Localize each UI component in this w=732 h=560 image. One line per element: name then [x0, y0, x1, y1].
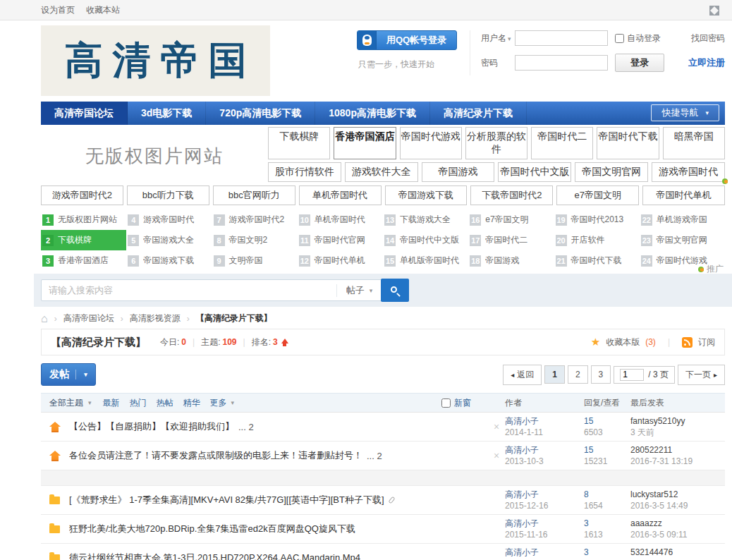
last-poster[interactable]: 532144476 — [630, 547, 725, 558]
new-window-label[interactable]: 新窗 — [454, 397, 471, 409]
ad-link[interactable]: bbc听力下载 — [127, 185, 209, 205]
more-dropdown[interactable]: 更多▾ — [210, 397, 235, 409]
ranked-link-10[interactable]: 10单机帝国时代 — [298, 209, 383, 230]
ad-link[interactable]: 下载帝国时代2 — [470, 185, 553, 205]
search-button[interactable] — [381, 279, 409, 302]
close-icon[interactable]: × — [494, 450, 499, 461]
ad-link[interactable]: 游戏软件大全 — [345, 162, 418, 182]
last-poster[interactable]: aaaazzz — [630, 518, 725, 529]
ad-link[interactable]: 游戏帝国时代 — [652, 162, 725, 182]
breadcrumb-item-0[interactable]: 高清帝国论坛 — [63, 312, 114, 324]
thread-author[interactable]: 高清小子 — [505, 518, 584, 529]
ranked-link-11[interactable]: 11帝国时代官网 — [298, 230, 383, 250]
breadcrumb-item-1[interactable]: 高清影视资源 — [130, 312, 181, 324]
thread-title[interactable]: [《荒野求生》 1-7季全集高清][MKV+AVI 82集/共77G][[英语中… — [69, 494, 384, 506]
filter-link-2[interactable]: 热帖 — [157, 398, 173, 408]
nav-item-0[interactable]: 高清帝国论坛 — [41, 102, 128, 125]
qq-login-button[interactable]: 用QQ帐号登录 — [357, 30, 457, 50]
ranked-link-6[interactable]: 6帝国游戏下载 — [126, 250, 212, 271]
ad-link[interactable]: 帝国时代中文版 — [498, 162, 571, 182]
ad-link[interactable]: e7帝国文明 — [556, 185, 639, 205]
ad-link[interactable]: 帝国文明官网 — [575, 162, 648, 182]
next-page-button[interactable]: 下一页▸ — [678, 365, 725, 385]
ranked-link-13[interactable]: 13下载游戏大全 — [383, 209, 468, 230]
ranked-link-15[interactable]: 15单机版帝国时代 — [383, 250, 468, 271]
page-button-2[interactable]: 2 — [568, 365, 588, 384]
password-field[interactable] — [515, 55, 608, 71]
ad-link[interactable]: 分析股票的软件 — [465, 127, 527, 159]
find-password-link[interactable]: 找回密码 — [691, 32, 725, 44]
ranked-link-7[interactable]: 7游戏帝国时代2 — [212, 209, 298, 230]
site-logo[interactable]: 高清帝国 — [41, 25, 270, 96]
ad-link[interactable]: 帝国时代下载 — [597, 127, 659, 159]
topbar-link-1[interactable]: 收藏本站 — [86, 4, 120, 16]
ranked-link-22[interactable]: 22单机游戏帝国 — [640, 209, 725, 230]
login-button[interactable]: 登录 — [615, 54, 664, 72]
back-button[interactable]: ◂返回 — [503, 365, 542, 385]
ranked-link-12[interactable]: 12帝国时代单机 — [298, 250, 383, 271]
nav-item-2[interactable]: 720p高清电影下载 — [206, 102, 315, 125]
quick-nav-button[interactable]: 快捷导航▾ — [651, 104, 719, 121]
thread-author[interactable]: 高清小子 — [505, 444, 584, 456]
last-poster[interactable]: luckystar512 — [630, 489, 725, 500]
ranked-link-23[interactable]: 23帝国文明官网 — [640, 230, 725, 250]
ranked-link-20[interactable]: 20开店软件 — [554, 230, 640, 250]
topbar-link-0[interactable]: 设为首页 — [41, 4, 75, 16]
nav-item-3[interactable]: 1080p高清电影下载 — [315, 102, 430, 125]
ranked-link-21[interactable]: 21帝国时代下载 — [554, 250, 640, 271]
last-poster[interactable]: fantasy5210yy — [630, 415, 725, 427]
thread-pages-link[interactable]: ... 2 — [367, 451, 382, 461]
chevron-down-icon[interactable]: ▾ — [508, 35, 511, 42]
ranked-link-8[interactable]: 8帝国文明2 — [212, 230, 298, 250]
subscribe-link[interactable]: 订阅 — [698, 336, 715, 348]
page-button-1[interactable]: 1 — [544, 365, 565, 384]
reply-count[interactable]: 3 — [584, 518, 630, 529]
reply-count[interactable]: 15 — [584, 415, 630, 427]
ranked-link-14[interactable]: 14帝国时代中文版 — [383, 230, 468, 250]
thread-author[interactable]: 高清小子 — [505, 489, 584, 500]
ad-link[interactable]: 股市行情软件 — [268, 162, 341, 182]
thread-pages-link[interactable]: ... 2 — [238, 422, 254, 432]
ad-link[interactable]: 帝国游戏 — [422, 162, 495, 182]
ad-link[interactable]: 下载棋牌 — [268, 127, 330, 159]
ad-link[interactable]: 帝国时代游戏 — [400, 127, 462, 159]
new-window-checkbox[interactable] — [441, 398, 451, 408]
nav-item-1[interactable]: 3d电影下载 — [128, 102, 206, 125]
thread-title[interactable]: 德云社纲丝节相声大会.第1-3日.2015.HD720P.X264.AAC.Ma… — [69, 552, 360, 560]
page-jump-input[interactable] — [620, 369, 644, 381]
ranked-link-5[interactable]: 5帝国游戏大全 — [126, 230, 212, 250]
thread-title[interactable]: 【公告】【自愿捐助】【欢迎捐助我们】 — [69, 420, 234, 433]
ranked-link-3[interactable]: 3香港帝国酒店 — [41, 250, 126, 271]
register-link[interactable]: 立即注册 — [688, 56, 725, 69]
ranked-link-9[interactable]: 9文明帝国 — [212, 250, 298, 271]
breadcrumb-item-2[interactable]: 【高清纪录片下载】 — [196, 312, 272, 324]
sort-dropdown[interactable]: 全部主题▾ — [49, 397, 92, 409]
favorite-link[interactable]: 收藏本版 — [606, 336, 640, 348]
ranked-link-18[interactable]: 18帝国游戏 — [468, 250, 554, 271]
rss-icon[interactable] — [682, 337, 693, 348]
ad-link[interactable]: 帝国时代单机 — [642, 185, 725, 205]
filter-link-3[interactable]: 精华 — [183, 398, 200, 408]
username-field[interactable] — [515, 30, 608, 46]
thread-author[interactable]: 高清小子 — [505, 547, 584, 558]
ranked-link-16[interactable]: 16e7帝国文明 — [468, 209, 554, 230]
thread-title[interactable]: 各位会员请注意了！请不要发露点或限制级的电影上来！违者删贴封号！ — [69, 449, 362, 462]
ad-link[interactable]: bbc官网听力 — [213, 185, 295, 205]
search-type-dropdown[interactable]: 帖子▾ — [336, 284, 382, 297]
ad-link[interactable]: 单机帝国时代 — [299, 185, 382, 205]
home-icon[interactable]: ⌂ — [41, 315, 48, 323]
reply-count[interactable]: 8 — [584, 489, 630, 500]
filter-link-0[interactable]: 最新 — [103, 398, 120, 408]
reply-count[interactable]: 3 — [584, 547, 630, 558]
nav-item-4[interactable]: 高清纪录片下载 — [430, 102, 527, 125]
ranked-link-19[interactable]: 19帝国时代2013 — [554, 209, 640, 230]
ad-link[interactable]: 暗黑帝国 — [663, 127, 725, 159]
ad-link[interactable]: 帝国时代二 — [531, 127, 593, 159]
ad-link[interactable]: 香港帝国酒店 — [334, 127, 396, 159]
ad-link[interactable]: 游戏帝国时代2 — [41, 185, 123, 205]
ranked-link-4[interactable]: 4游戏帝国时代 — [126, 209, 212, 230]
fullscreen-icon[interactable] — [709, 6, 719, 16]
search-input[interactable] — [42, 280, 336, 300]
auto-login-checkbox[interactable] — [615, 34, 624, 43]
page-button-3[interactable]: 3 — [591, 365, 611, 384]
